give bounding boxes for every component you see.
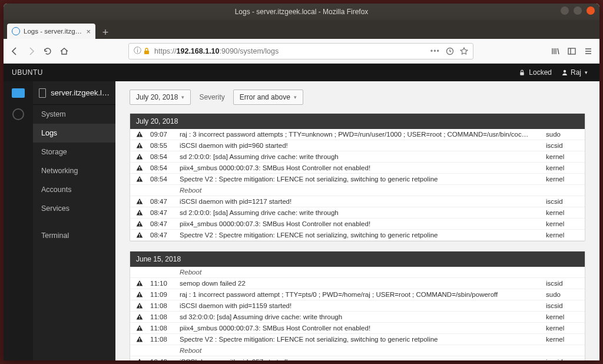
lock-warning-icon[interactable] xyxy=(143,47,151,55)
log-service: kernel xyxy=(546,176,579,183)
info-icon[interactable]: ⓘ xyxy=(134,46,141,56)
sidebar-item-terminal[interactable]: Terminal xyxy=(33,226,115,245)
url-text: https://192.168.1.10:9090/system/logs xyxy=(154,47,279,55)
svg-rect-12 xyxy=(139,167,140,168)
log-service: kernel xyxy=(546,325,579,332)
warning-icon xyxy=(136,325,144,332)
svg-rect-15 xyxy=(139,180,140,181)
log-row[interactable]: 08:55iSCSI daemon with pid=960 started!i… xyxy=(130,140,585,151)
log-service: kernel xyxy=(546,209,579,216)
log-row[interactable]: 11:10semop down failed 22iscsid xyxy=(130,278,585,289)
host-icon xyxy=(39,88,46,98)
warning-icon xyxy=(136,153,144,160)
user-menu[interactable]: Raj ▾ xyxy=(558,68,591,77)
svg-rect-14 xyxy=(139,178,140,180)
svg-rect-18 xyxy=(139,211,140,213)
privileged-lock[interactable]: Locked xyxy=(513,68,558,77)
svg-rect-11 xyxy=(139,158,140,158)
log-service: kernel xyxy=(546,153,579,160)
log-row[interactable]: 11:09raj : 1 incorrect password attempt … xyxy=(130,289,585,300)
back-button[interactable] xyxy=(9,46,20,57)
reader-icon[interactable] xyxy=(446,47,454,55)
browser-tab[interactable]: Logs - server.itzgeek.loc… × xyxy=(7,24,95,39)
svg-rect-7 xyxy=(139,135,140,136)
svg-rect-19 xyxy=(139,214,140,214)
warning-icon xyxy=(136,198,144,205)
more-icon[interactable]: ••• xyxy=(430,47,440,55)
warning-icon xyxy=(136,209,144,216)
date-filter[interactable]: July 20, 2018 ▾ xyxy=(130,90,191,105)
forward-button[interactable] xyxy=(26,46,37,57)
home-button[interactable] xyxy=(59,46,69,57)
svg-rect-33 xyxy=(139,329,140,330)
log-time: 08:55 xyxy=(150,142,174,149)
svg-rect-23 xyxy=(139,236,140,237)
server-icon[interactable] xyxy=(12,88,25,98)
warning-icon xyxy=(136,291,144,298)
date-filter-label: July 20, 2018 xyxy=(136,93,178,101)
sidebar-icon[interactable] xyxy=(566,46,577,57)
user-icon xyxy=(561,69,568,76)
severity-filter[interactable]: Error and above ▾ xyxy=(233,90,303,105)
dashboard-icon[interactable] xyxy=(12,108,24,120)
close-tab-icon[interactable]: × xyxy=(86,27,91,36)
log-row[interactable]: 08:47Spectre V2 : Spectre mitigation: LF… xyxy=(130,230,585,241)
log-row[interactable]: 08:54piix4_smbus 0000:00:07.3: SMBus Hos… xyxy=(130,163,585,174)
cockpit-appbar: UBUNTU Locked Raj ▾ xyxy=(4,64,599,81)
sidebar-item-system[interactable]: System xyxy=(33,105,115,124)
log-row[interactable]: 10:42iSCSI daemon with pid=957 started!i… xyxy=(130,356,585,360)
log-row[interactable]: 11:08Spectre V2 : Spectre mitigation: LF… xyxy=(130,334,585,345)
sidebar-item-services[interactable]: Services xyxy=(33,199,115,218)
sidebar-item-storage[interactable]: Storage xyxy=(33,143,115,161)
sidebar-host[interactable]: server.itzgeek.l… xyxy=(33,81,115,105)
log-row[interactable]: 11:08sd 32:0:0:0: [sda] Assuming drive c… xyxy=(130,312,585,323)
log-row[interactable]: 08:54sd 2:0:0:0: [sda] Assuming drive ca… xyxy=(130,151,585,163)
log-time: 08:47 xyxy=(150,209,174,216)
log-message: piix4_smbus 0000:00:07.3: SMBus Host Con… xyxy=(180,325,540,332)
library-icon[interactable] xyxy=(550,46,561,57)
minimize-button[interactable] xyxy=(561,6,569,15)
log-message: iSCSI daemon with pid=957 started! xyxy=(180,358,540,360)
chevron-down-icon: ▾ xyxy=(181,94,184,100)
bookmark-star-icon[interactable] xyxy=(460,47,468,55)
log-time: 11:08 xyxy=(150,325,174,332)
close-window-button[interactable] xyxy=(587,6,595,15)
warning-icon xyxy=(136,358,144,360)
sidebar-item-accounts[interactable]: Accounts xyxy=(33,180,115,199)
svg-rect-35 xyxy=(139,340,140,341)
content-area: July 20, 2018 ▾ Severity Error and above… xyxy=(115,81,599,360)
log-reboot-row[interactable]: Reboot xyxy=(130,267,585,278)
svg-rect-21 xyxy=(139,225,140,226)
svg-rect-28 xyxy=(139,305,140,306)
svg-rect-32 xyxy=(139,327,140,329)
log-time: 09:07 xyxy=(150,131,174,138)
log-row[interactable]: 09:07raj : 3 incorrect password attempts… xyxy=(130,129,585,140)
log-time: 11:10 xyxy=(150,280,174,287)
reload-button[interactable] xyxy=(42,46,53,57)
log-time: 11:09 xyxy=(150,291,174,298)
warning-icon xyxy=(136,280,144,287)
log-row[interactable]: 11:08piix4_smbus 0000:00:07.3: SMBus Hos… xyxy=(130,323,585,334)
warning-icon xyxy=(136,302,144,309)
sidebar-item-logs[interactable]: Logs xyxy=(33,124,115,143)
maximize-button[interactable] xyxy=(574,6,582,15)
browser-navbar: ⓘ https://192.168.1.10:9090/system/logs … xyxy=(4,39,599,64)
log-reboot-row[interactable]: Reboot xyxy=(130,185,585,196)
log-row[interactable]: 08:47iSCSI daemon with pid=1217 started!… xyxy=(130,196,585,207)
log-row[interactable]: 08:54Spectre V2 : Spectre mitigation: LF… xyxy=(130,174,585,185)
svg-rect-6 xyxy=(139,133,140,135)
log-row[interactable]: 08:47sd 2:0:0:0: [sda] Assuming drive ca… xyxy=(130,207,585,219)
tab-strip: Logs - server.itzgeek.loc… × + xyxy=(4,20,599,39)
product-brand: UBUNTU xyxy=(12,68,43,77)
log-row[interactable]: 11:08iSCSI daemon with pid=1159 started!… xyxy=(130,300,585,312)
new-tab-button[interactable]: + xyxy=(98,26,113,39)
log-message: Spectre V2 : Spectre mitigation: LFENCE … xyxy=(180,231,540,239)
sidebar-item-networking[interactable]: Networking xyxy=(33,161,115,180)
svg-rect-27 xyxy=(139,296,140,296)
url-bar[interactable]: ⓘ https://192.168.1.10:9090/system/logs … xyxy=(128,43,473,59)
log-reboot-row[interactable]: Reboot xyxy=(130,345,585,356)
menu-icon[interactable] xyxy=(583,46,594,57)
log-service: kernel xyxy=(546,164,579,171)
svg-rect-13 xyxy=(139,169,140,170)
log-row[interactable]: 08:47piix4_smbus 0000:00:07.3: SMBus Hos… xyxy=(130,219,585,230)
